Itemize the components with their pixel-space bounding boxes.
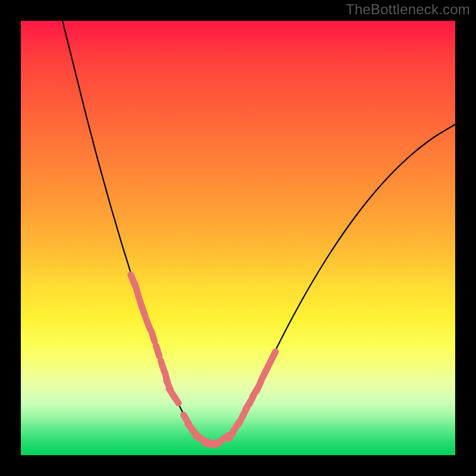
marker-dash bbox=[134, 283, 137, 293]
highlighted-markers bbox=[131, 275, 275, 446]
curve-svg bbox=[21, 21, 455, 455]
plot-area bbox=[21, 21, 455, 455]
marker-dash bbox=[142, 306, 145, 317]
chart-frame: TheBottleneck.com bbox=[0, 0, 476, 476]
marker-dash bbox=[146, 320, 151, 330]
marker-dash bbox=[173, 394, 178, 403]
watermark-text: TheBottleneck.com bbox=[346, 1, 470, 18]
marker-dash bbox=[271, 352, 275, 361]
marker-dash bbox=[156, 346, 159, 356]
marker-dash bbox=[151, 331, 154, 341]
